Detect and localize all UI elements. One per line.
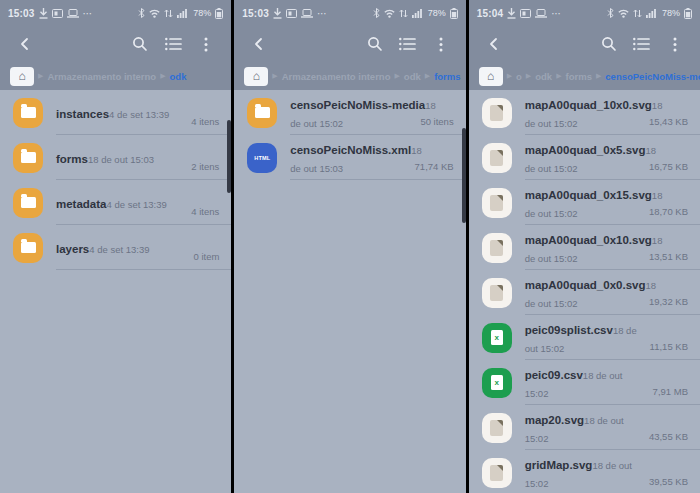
view-list-icon[interactable]	[160, 31, 186, 57]
overflow-menu-icon[interactable]	[662, 31, 688, 57]
file-list: censoPeicNoMiss-media18 de out 15:02 50 …	[234, 90, 465, 180]
svg-file-icon	[482, 233, 512, 263]
back-button[interactable]	[12, 31, 38, 57]
csv-file-icon: x	[482, 368, 512, 398]
csv-file-icon: x	[482, 323, 512, 353]
file-size: 15,43 KB	[643, 116, 688, 127]
toolbar	[234, 26, 465, 62]
item-count: 4 itens	[185, 206, 219, 217]
crumb-internal-storage[interactable]: Armazenamento interno	[282, 71, 391, 82]
crumb-forms[interactable]: forms	[434, 71, 460, 82]
search-icon[interactable]	[127, 31, 153, 57]
download-icon	[39, 8, 48, 19]
item-count: 0 item	[187, 251, 219, 262]
clock: 15:03	[8, 8, 35, 19]
download-icon	[507, 8, 516, 19]
back-button[interactable]	[246, 31, 272, 57]
folder-icon	[247, 98, 277, 128]
home-icon[interactable]: ⌂	[10, 67, 34, 86]
crumb-odk[interactable]: odk	[404, 71, 421, 82]
status-bar: 15:03 ⋯ 78%	[234, 0, 465, 26]
status-bar: 15:04 ⋯ 78%	[469, 0, 700, 26]
list-item[interactable]: x peic09splist.csv18 de out 15:02 11,15 …	[469, 315, 700, 360]
csv-badge: x	[494, 334, 498, 342]
file-size: 18,70 KB	[643, 206, 688, 217]
file-date: 4 de set 13:39	[109, 109, 169, 120]
signal-strength-icon	[646, 9, 656, 18]
list-item[interactable]: mapA00quad_10x0.svg18 de out 15:02 15,43…	[469, 90, 700, 135]
crumb-separator: ▶	[526, 72, 531, 80]
more-notifications-icon: ⋯	[551, 8, 561, 19]
list-item[interactable]: map20.svg18 de out 15:02 43,55 KB	[469, 405, 700, 450]
list-item[interactable]: x peic09.csv18 de out 15:02 7,91 MB	[469, 360, 700, 405]
header: 15:04 ⋯ 78% ⌂ ▶ o ▶ odk	[469, 0, 700, 90]
list-item[interactable]: metadata4 de set 13:39 4 itens	[0, 180, 231, 225]
view-list-icon[interactable]	[629, 31, 655, 57]
folder-icon	[13, 188, 43, 218]
battery-icon	[215, 8, 223, 19]
signal-strength-icon	[177, 9, 187, 18]
status-bar: 15:03 ⋯ 78%	[0, 0, 231, 26]
clock: 15:03	[242, 8, 269, 19]
file-name: mapA00quad_10x0.svg	[525, 99, 652, 111]
file-name: mapA00quad_0x15.svg	[525, 189, 652, 201]
list-item[interactable]: instances4 de set 13:39 4 itens	[0, 90, 231, 135]
crumb-truncated[interactable]: o	[516, 71, 522, 82]
file-size: 43,55 KB	[643, 431, 688, 442]
crumb-odk[interactable]: odk	[170, 71, 187, 82]
mobile-data-icon	[164, 9, 173, 18]
file-date: 4 de set 13:39	[107, 199, 167, 210]
home-icon[interactable]: ⌂	[244, 67, 268, 86]
clock: 15:04	[477, 8, 504, 19]
file-name: mapA00quad_0x10.svg	[525, 234, 652, 246]
crumb-forms[interactable]: forms	[566, 71, 592, 82]
wifi-icon	[149, 9, 160, 18]
mobile-data-icon	[633, 9, 642, 18]
file-list: mapA00quad_10x0.svg18 de out 15:02 15,43…	[469, 90, 700, 493]
list-item[interactable]: mapA00quad_0x10.svg18 de out 15:02 13,51…	[469, 225, 700, 270]
crumb-separator: ▶	[394, 72, 399, 80]
wifi-icon	[618, 9, 629, 18]
file-name: layers	[56, 243, 89, 255]
back-button[interactable]	[481, 31, 507, 57]
file-size: 11,15 KB	[644, 341, 688, 352]
crumb-media[interactable]: censoPeicNoMiss-media	[605, 71, 700, 82]
view-list-icon[interactable]	[395, 31, 421, 57]
file-manager-screen-odk: 15:03 ⋯ 78% ⌂ ▶ Armazenamento interno	[0, 0, 231, 493]
list-item[interactable]: forms18 de out 15:03 2 itens	[0, 135, 231, 180]
home-icon[interactable]: ⌂	[479, 67, 503, 86]
toolbar	[469, 26, 700, 62]
laptop-icon	[301, 9, 313, 18]
bluetooth-icon	[138, 8, 145, 18]
battery-icon	[684, 8, 692, 19]
list-item[interactable]: mapA00quad_0x15.svg18 de out 15:02 18,70…	[469, 180, 700, 225]
search-icon[interactable]	[596, 31, 622, 57]
list-item[interactable]: censoPeicNoMiss-media18 de out 15:02 50 …	[234, 90, 465, 135]
download-icon	[273, 8, 282, 19]
sim-toolkit-icon	[286, 9, 297, 18]
list-item[interactable]: mapA00quad_0x5.svg18 de out 15:02 16,75 …	[469, 135, 700, 180]
file-size: 71,74 KB	[409, 161, 454, 172]
list-item[interactable]: mapA00quad_0x0.svg18 de out 15:02 19,32 …	[469, 270, 700, 315]
list-item[interactable]: layers4 de set 13:39 0 item	[0, 225, 231, 270]
bluetooth-icon	[373, 8, 380, 18]
list-item[interactable]: HTML censoPeicNoMiss.xml18 de out 15:03 …	[234, 135, 465, 180]
laptop-icon	[67, 9, 79, 18]
folder-icon	[13, 98, 43, 128]
svg-file-icon	[482, 98, 512, 128]
more-notifications-icon: ⋯	[317, 8, 327, 19]
header: 15:03 ⋯ 78% ⌂ ▶ Armazenamento interno	[0, 0, 231, 90]
list-item[interactable]: gridMap.svg18 de out 15:02 39,55 KB	[469, 450, 700, 493]
scrollbar[interactable]	[462, 128, 466, 223]
crumb-internal-storage[interactable]: Armazenamento interno	[47, 71, 156, 82]
search-icon[interactable]	[362, 31, 388, 57]
scrollbar[interactable]	[227, 120, 231, 193]
file-name: mapA00quad_0x0.svg	[525, 279, 646, 291]
overflow-menu-icon[interactable]	[193, 31, 219, 57]
file-manager-screen-forms: 15:03 ⋯ 78% ⌂ ▶ Armazenamento interno	[234, 0, 465, 493]
breadcrumb: ⌂ ▶ Armazenamento interno ▶ odk	[0, 62, 231, 90]
toolbar	[0, 26, 231, 62]
overflow-menu-icon[interactable]	[428, 31, 454, 57]
crumb-odk[interactable]: odk	[535, 71, 552, 82]
crumb-separator: ▶	[507, 72, 512, 80]
